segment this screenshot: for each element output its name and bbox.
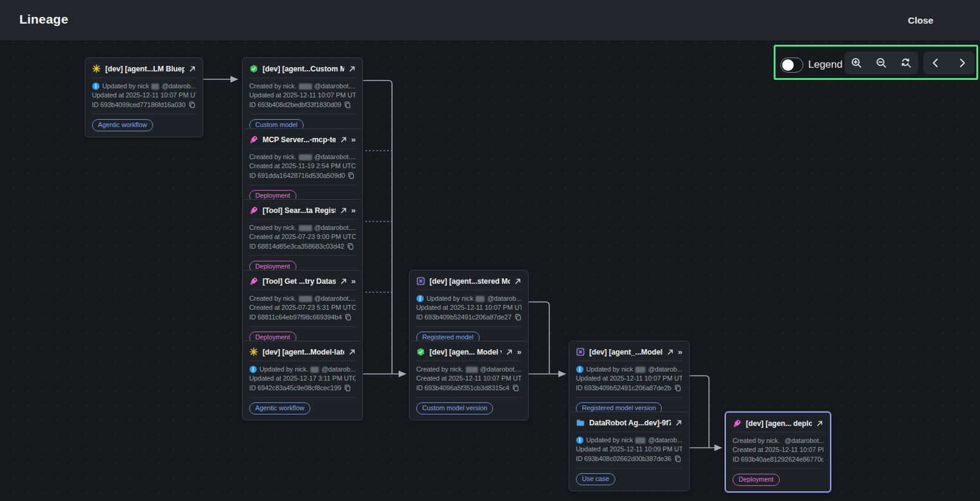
agentic-workflow-icon — [249, 347, 258, 356]
node-id-line: ID 6942c83a45c9e08cf8cec199 — [249, 384, 356, 393]
expand-node-icon[interactable]: » — [517, 348, 521, 356]
lineage-node[interactable]: MCP Server...-mcp-test] » Created by nic… — [242, 128, 363, 208]
node-author-line: Created by nick.@datarobot.... — [416, 365, 521, 374]
redacted-text — [151, 84, 159, 90]
node-timestamp: Updated at 2025-12-17 3:11 PM UTC — [249, 374, 356, 383]
node-type-badge: Agentic workflow — [92, 119, 153, 131]
zoom-reset-button[interactable] — [897, 54, 915, 72]
node-title: [dev] [agent...LM Blueprint — [105, 65, 185, 73]
zoom-in-icon — [850, 56, 863, 70]
expand-node-icon[interactable]: » — [351, 206, 356, 215]
expand-node-icon[interactable]: » — [678, 348, 682, 356]
lineage-node[interactable]: [dev] [agent...Model-latest Updated by n… — [242, 341, 363, 421]
node-id-line: ID 68811c64eb97f98c669394b4 — [249, 313, 356, 322]
open-node-icon[interactable] — [340, 278, 347, 285]
node-id-line: ID 68814d85e3ca358683c03d42 — [249, 242, 356, 251]
node-title: [dev] [agent...stered Model — [430, 277, 510, 286]
pan-button-group — [923, 51, 975, 74]
node-author-line: Created by nick.@datarobot.... — [249, 82, 356, 91]
copy-icon[interactable] — [347, 243, 354, 250]
agentic-workflow-icon — [92, 64, 101, 73]
node-author-line: Created by nick.@datarobot.... — [249, 294, 356, 303]
next-button[interactable] — [953, 54, 971, 72]
lineage-canvas[interactable]: [dev] [agent...LM Blueprint Updated by n… — [0, 41, 980, 501]
open-node-icon[interactable] — [348, 349, 356, 356]
node-author-line: Updated by nick.@datarob... — [249, 365, 356, 374]
open-node-icon[interactable] — [348, 65, 356, 73]
node-id-line: ID 693b409b52491c206a87de2b — [576, 384, 682, 393]
info-icon — [576, 365, 584, 373]
lineage-node[interactable]: [dev] [agen... Model v1.3 » Created by n… — [409, 341, 529, 421]
chevron-right-icon — [956, 57, 968, 69]
page-title: Lineage — [19, 12, 68, 27]
node-id-line: ID 693b409b52491c206a87de27 — [416, 313, 521, 322]
zoom-out-button[interactable] — [872, 54, 890, 72]
expand-node-icon[interactable]: » — [351, 277, 356, 286]
redacted-text — [299, 154, 312, 160]
open-node-icon[interactable] — [675, 419, 682, 427]
lineage-node[interactable]: [dev] [agent...LM Blueprint Updated by n… — [85, 57, 203, 137]
node-timestamp: Updated at 2025-12-11 10:07 PM UTC — [416, 303, 521, 312]
node-title: [Tool] Sear...ta Registry — [263, 206, 336, 215]
node-timestamp: Updated at 2025-12-11 10:09 PM UTC — [576, 445, 682, 454]
info-icon — [249, 365, 257, 373]
node-timestamp: Updated at 2025-12-11 10:07 PM UTC — [576, 374, 682, 383]
lineage-node[interactable]: [dev] [agent_...Model (v1) » Updated by … — [569, 341, 690, 421]
node-type-badge: Custom model version — [416, 402, 493, 414]
node-author-line: Created by nick.@datarobot.... — [733, 436, 823, 445]
node-title: [dev] [agent...Custom Model — [263, 65, 344, 73]
lineage-node[interactable]: [dev] [agent...Custom Model Created by n… — [242, 57, 363, 137]
open-node-icon[interactable] — [514, 278, 521, 285]
open-node-icon[interactable] — [506, 349, 513, 356]
node-title: [dev] [agent...Model-latest — [263, 348, 344, 356]
copy-icon[interactable] — [344, 313, 352, 321]
copy-icon[interactable] — [514, 313, 521, 321]
copy-icon[interactable] — [347, 172, 355, 180]
copy-icon[interactable] — [674, 384, 682, 392]
redacted-text — [299, 84, 312, 90]
registered-model-icon — [416, 277, 425, 286]
previous-button[interactable] — [927, 54, 945, 72]
node-title: [Tool] Get ...try Dataset — [263, 277, 336, 286]
custom-model-icon — [249, 64, 258, 73]
copy-icon[interactable] — [344, 384, 351, 392]
lineage-node[interactable]: [dev] [agen... deployment Created by nic… — [725, 411, 831, 493]
node-id-line: ID 693b4099ced77186fd16a030 — [92, 100, 196, 110]
open-node-icon[interactable] — [816, 420, 823, 427]
registered-model-icon — [576, 347, 585, 356]
lineage-node[interactable]: [Tool] Get ...try Dataset » Created by n… — [242, 270, 363, 350]
redacted-text — [635, 367, 645, 373]
lineage-node[interactable]: DataRobot Ag...dev]-9f73e7.. Updated by … — [569, 411, 690, 491]
copy-icon[interactable] — [512, 384, 520, 392]
zoom-in-button[interactable] — [848, 54, 866, 72]
node-timestamp: Created at 2025-12-11 10:07 PM UTC — [416, 374, 521, 383]
node-id-line: ID 693b408c02662d00b387de36 — [576, 454, 682, 463]
info-icon — [92, 82, 100, 90]
redacted-text — [299, 296, 312, 302]
open-node-icon[interactable] — [667, 349, 674, 356]
legend-label: Legend — [808, 59, 843, 71]
node-title: [dev] [agent_...Model (v1) — [589, 348, 662, 356]
lineage-node[interactable]: [Tool] Sear...ta Registry » Created by n… — [242, 199, 363, 279]
redacted-text — [475, 296, 485, 302]
node-author-line: Updated by nick@datarob... — [576, 436, 682, 445]
node-id-line: ID 693b4096a5f351cb3d8315c4 — [416, 384, 521, 393]
copy-icon[interactable] — [344, 101, 351, 109]
node-type-badge: Use case — [576, 473, 615, 485]
redacted-text — [466, 367, 478, 373]
open-node-icon[interactable] — [340, 207, 347, 214]
legend-toggle[interactable] — [780, 57, 803, 73]
node-timestamp: Created at 2025-11-19 2:54 PM UTC — [249, 162, 356, 171]
open-node-icon[interactable] — [189, 65, 196, 73]
node-author-line: Updated by nick@datarob... — [92, 82, 196, 91]
lineage-node[interactable]: [dev] [agent...stered Model Updated by n… — [409, 270, 529, 350]
close-button[interactable]: Close — [908, 15, 933, 26]
custom-model-icon — [416, 347, 425, 356]
redacted-text — [310, 367, 319, 373]
copy-icon[interactable] — [674, 455, 682, 463]
node-timestamp: Created at 2025-07-23 5:31 PM UTC — [249, 303, 356, 312]
expand-node-icon[interactable]: » — [351, 136, 356, 144]
copy-icon[interactable] — [188, 101, 196, 109]
lineage-view: Lineage Close [dev] [agent...LM Blueprin… — [0, 0, 980, 501]
open-node-icon[interactable] — [340, 136, 347, 143]
